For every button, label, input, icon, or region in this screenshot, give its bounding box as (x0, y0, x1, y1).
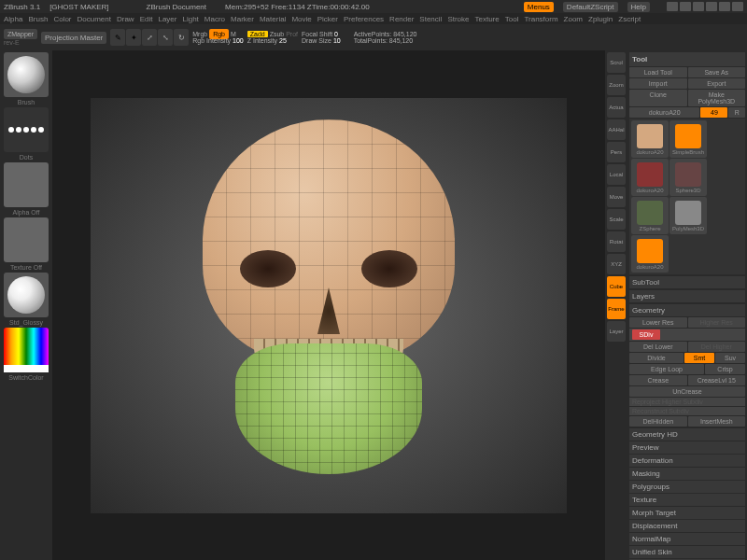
scale-button[interactable]: ⤡ (158, 29, 173, 46)
brush-swatch[interactable] (4, 52, 49, 97)
view-pers[interactable]: Pers (607, 142, 626, 162)
view-frame[interactable]: Frame (607, 299, 626, 319)
menu-color[interactable]: Color (53, 15, 71, 23)
menu-material[interactable]: Material (260, 15, 286, 23)
section-geometry-hd[interactable]: Geometry HD (629, 428, 745, 441)
view-layer[interactable]: Layer (607, 321, 626, 342)
section-preview[interactable]: Preview (629, 441, 745, 454)
tool-thumb[interactable]: dokuroA20 (631, 159, 669, 196)
edit-button[interactable]: ✎ (110, 29, 125, 46)
view-move[interactable]: Move (607, 187, 626, 207)
menu-stencil[interactable]: Stencil (419, 15, 442, 23)
geometry-section[interactable]: Geometry (629, 304, 745, 316)
win-icon[interactable] (680, 2, 691, 11)
tool-thumb[interactable]: ZSphere (631, 197, 669, 234)
menu-marker[interactable]: Marker (231, 15, 254, 23)
rotate-button[interactable]: ↻ (174, 29, 189, 46)
divide-button[interactable]: Divide (629, 353, 684, 363)
stroke-swatch[interactable] (4, 107, 49, 152)
win-icon[interactable] (667, 2, 678, 11)
smt-button[interactable]: Smt (684, 353, 714, 363)
view-rotate[interactable]: Rotat (607, 231, 626, 252)
menu-document[interactable]: Document (78, 15, 111, 23)
lower-res-button[interactable]: Lower Res (629, 317, 687, 328)
win-icon[interactable] (732, 2, 743, 11)
menu-layer[interactable]: Layer (158, 15, 176, 23)
crisp-button[interactable]: Crisp (705, 364, 745, 374)
view-scale[interactable]: Scale (607, 209, 626, 230)
import-button[interactable]: Import (629, 78, 687, 89)
view-xyz[interactable]: XYZ (607, 254, 626, 274)
alpha-swatch[interactable] (4, 162, 49, 207)
focal-value[interactable]: 0 (334, 31, 338, 37)
win-icon[interactable] (706, 2, 717, 11)
menu-picker[interactable]: Picker (317, 15, 338, 23)
viewport[interactable] (91, 98, 567, 513)
export-button[interactable]: Export (688, 78, 746, 89)
menu-light[interactable]: Light (182, 15, 198, 23)
section-normalmap[interactable]: NormalMap (629, 533, 745, 545)
slider-value[interactable]: 49 (700, 107, 727, 118)
section-masking[interactable]: Masking (629, 468, 745, 480)
win-icon[interactable] (693, 2, 704, 11)
menus-button[interactable]: Menus (524, 2, 554, 12)
crease-lvl[interactable]: CreaseLvl 15 (688, 375, 746, 385)
del-higher-button[interactable]: Del Higher (688, 342, 746, 352)
load-tool-button[interactable]: Load Tool (629, 67, 687, 77)
menu-tool[interactable]: Tool (505, 15, 519, 23)
color-picker[interactable] (4, 328, 49, 372)
subtool-section[interactable]: SubTool (629, 276, 745, 288)
tool-thumb[interactable]: dokuroA20 (631, 235, 669, 273)
menu-edit[interactable]: Edit (140, 15, 153, 23)
save-as-button[interactable]: Save As (688, 67, 746, 77)
zadd-button[interactable]: Zadd (247, 31, 268, 37)
view-cube[interactable]: Cube (607, 276, 626, 297)
menu-render[interactable]: Render (389, 15, 414, 23)
section-morph-target[interactable]: Morph Target (629, 507, 745, 519)
menu-macro[interactable]: Macro (204, 15, 225, 23)
clone-button[interactable]: Clone (629, 90, 687, 106)
move-button[interactable]: ⤢ (142, 29, 157, 46)
script-button[interactable]: DefaultZScript (563, 2, 618, 12)
tool-thumb[interactable]: SimpleBrush (669, 120, 707, 158)
menu-zscript[interactable]: Zscript (618, 15, 641, 23)
crease-button[interactable]: Crease (629, 375, 687, 385)
material-swatch[interactable] (4, 273, 49, 317)
draw-button[interactable]: ✦ (126, 29, 141, 46)
menu-texture[interactable]: Texture (475, 15, 500, 23)
menu-zplugin[interactable]: Zplugin (588, 15, 613, 23)
section-deformation[interactable]: Deformation (629, 455, 745, 467)
uncrease-button[interactable]: UnCrease (629, 386, 745, 397)
help-button[interactable]: Help (627, 2, 650, 12)
menu-preferences[interactable]: Preferences (344, 15, 384, 23)
sdiv-slider[interactable]: SDiv (632, 329, 660, 340)
switch-color[interactable]: SwitchColor (8, 374, 43, 381)
tool-thumb[interactable]: PolyMesh3D (669, 197, 707, 234)
menu-brush[interactable]: Brush (28, 15, 48, 23)
menu-alpha[interactable]: Alpha (4, 15, 22, 23)
suv-button[interactable]: Suv (715, 353, 745, 363)
menu-transform[interactable]: Transform (524, 15, 557, 23)
current-tool[interactable]: dokuroA20 (629, 107, 699, 118)
edge-loop-button[interactable]: Edge Loop (629, 364, 704, 374)
zmapper-button[interactable]: ZMapper (4, 29, 37, 39)
projection-button[interactable]: Projection Master (41, 32, 106, 44)
texture-swatch[interactable] (4, 217, 49, 262)
m-button[interactable]: M (231, 31, 236, 37)
menu-draw[interactable]: Draw (117, 15, 134, 23)
section-polygroups[interactable]: Polygroups (629, 481, 745, 493)
zsub-button[interactable]: Zsub (270, 31, 285, 37)
z-int-value[interactable]: 25 (279, 37, 287, 44)
section-unified-skin[interactable]: Unified Skin (629, 546, 745, 558)
del-lower-button[interactable]: Del Lower (629, 342, 687, 352)
view-actual[interactable]: Actua (607, 97, 626, 118)
menu-movie[interactable]: Movie (291, 15, 311, 23)
insertmesh-button[interactable]: InsertMesh (688, 416, 746, 427)
make-polymesh-button[interactable]: Make PolyMesh3D (688, 90, 746, 106)
layers-section[interactable]: Layers (629, 290, 745, 302)
view-local[interactable]: Local (607, 164, 626, 185)
tool-thumb[interactable]: dokuroA20 (631, 120, 669, 158)
win-icon[interactable] (719, 2, 730, 11)
menu-zoom[interactable]: Zoom (564, 15, 583, 23)
view-zoom[interactable]: Zoom (607, 75, 626, 95)
